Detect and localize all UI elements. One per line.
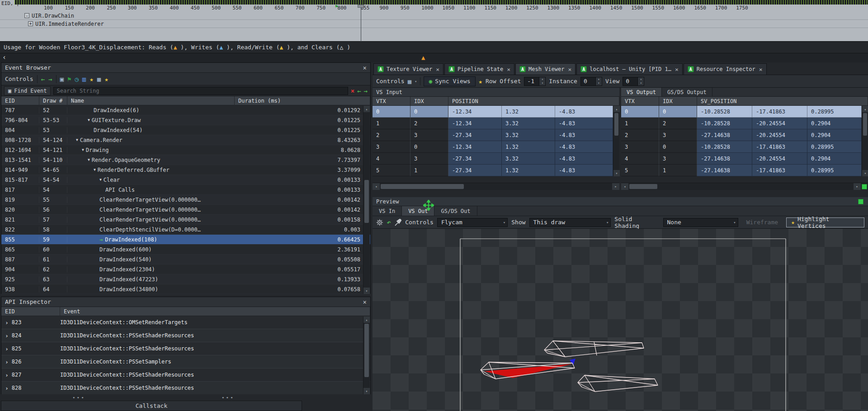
value-cell[interactable]: -20.24554 [752, 129, 807, 141]
row-expand-icon[interactable]: › [5, 385, 9, 392]
vtx-cell[interactable]: 2 [621, 129, 659, 141]
export-save-icon[interactable]: ▦ [97, 76, 101, 83]
clear-search-icon[interactable]: × [351, 87, 354, 94]
value-cell[interactable]: -4.83 [555, 165, 613, 176]
spin-up-icon[interactable]: ▴ [638, 77, 644, 81]
timeline-activity-strip[interactable] [14, 0, 868, 5]
export-save-icon[interactable]: ▦ [408, 78, 411, 85]
close-icon[interactable]: × [507, 66, 510, 73]
value-cell[interactable]: 0.28995 [807, 106, 862, 118]
usage-marker-icon[interactable]: ▲ [421, 54, 425, 61]
camera-mode-dropdown[interactable]: Flycam ▾ [437, 218, 508, 227]
column-header[interactable]: IDX [410, 97, 448, 105]
mesh-viewport[interactable] [373, 229, 868, 411]
close-icon[interactable]: × [675, 66, 679, 73]
event-row[interactable]: 82258ClearDepthStencilView(D=0.0000…0.00… [1, 225, 370, 235]
spin-down-icon[interactable]: ▾ [596, 81, 602, 85]
column-header[interactable]: VTX [373, 97, 410, 105]
vertex-row[interactable]: 23-27.343.32-4.83 [373, 129, 613, 141]
wireframe-button[interactable]: Wireframe [742, 219, 783, 226]
event-row[interactable]: 82056ClearRenderTargetView(0.000000…0.00… [1, 205, 370, 215]
splitter-handle[interactable]: ••• [72, 395, 85, 401]
scroll-thumb[interactable] [629, 184, 657, 189]
spin-up-icon[interactable]: ▴ [596, 77, 602, 81]
tree-expander[interactable]: + [28, 21, 33, 26]
event-row[interactable]: 93864DrawIndexed(34800)0.07658 [1, 284, 370, 294]
column-header[interactable]: VTX [621, 97, 659, 105]
api-row[interactable]: ›828ID3D11DeviceContext::PSSetShaderReso… [1, 382, 370, 395]
value-cell[interactable]: -12.34 [448, 118, 502, 129]
event-row[interactable]: 813-154154-110▼Render.OpaqueGeometry7.73… [1, 155, 370, 165]
value-cell[interactable]: -4.83 [555, 153, 613, 165]
event-row[interactable]: 808-172854-124▼Camera.Render8.43263 [1, 135, 370, 145]
value-cell[interactable]: -27.34 [448, 153, 502, 165]
value-cell[interactable]: 3.32 [502, 153, 555, 165]
gear-icon[interactable] [376, 219, 383, 226]
value-cell[interactable]: 0.28995 [807, 141, 862, 153]
api-row[interactable]: ›827ID3D11DeviceContext::PSSetShaderReso… [1, 368, 370, 382]
vertex-row[interactable]: 12-12.343.32-4.83 [373, 118, 613, 129]
event-row[interactable]: 815-81754-54▼Clear0.00133 [1, 175, 370, 185]
vertex-row[interactable]: 51-27.14638-17.418630.28995 [621, 165, 862, 176]
value-cell[interactable]: -20.24554 [752, 118, 807, 129]
vertex-row[interactable]: 43-27.343.32-4.83 [373, 153, 613, 165]
event-row[interactable]: 82157ClearRenderTargetView(0.000000…0.00… [1, 215, 370, 225]
value-cell[interactable]: -10.28528 [697, 118, 752, 129]
dock-tab[interactable]: APipeline State× [444, 63, 514, 75]
vertex-row[interactable]: 30-10.28528-17.418630.28995 [621, 141, 862, 153]
spin-up-icon[interactable]: ▴ [539, 77, 545, 81]
dock-tab[interactable]: Alocalhost – Unity [PID 1…× [576, 63, 682, 75]
scroll-down-button[interactable]: ▾ [613, 170, 620, 176]
instance-value[interactable]: 0 [580, 77, 596, 86]
solid-shading-dropdown[interactable]: None ▾ [663, 218, 738, 227]
scroll-thumb[interactable] [364, 180, 369, 223]
value-cell[interactable]: -17.41863 [752, 141, 807, 153]
tree-collapse-icon[interactable]: ▼ [76, 138, 78, 142]
api-row[interactable]: ›823ID3D11DeviceContext::OMSetRenderTarg… [1, 316, 370, 329]
row-offset-value[interactable]: -1 [524, 77, 539, 86]
timeline[interactable]: EID, | ⚑ 1001502002503003504004505005506… [0, 0, 868, 42]
vtx-cell[interactable]: 5 [621, 165, 659, 176]
time-durations-icon[interactable]: ◷ [75, 76, 78, 83]
value-cell[interactable]: -12.34 [448, 141, 502, 153]
value-cell[interactable]: -27.14638 [697, 153, 752, 165]
scroll-thumb[interactable] [614, 113, 618, 136]
idx-cell[interactable]: 2 [410, 118, 448, 129]
idx-cell[interactable]: 3 [659, 129, 697, 141]
value-cell[interactable]: -17.41863 [752, 106, 807, 118]
vertex-row[interactable]: 00-12.341.32-4.83 [373, 106, 613, 118]
splitter-handle[interactable]: ••• [222, 395, 235, 401]
vertex-row[interactable]: 23-27.14638-20.245540.2904 [621, 129, 862, 141]
tree-collapse-icon[interactable]: ▼ [99, 178, 102, 182]
eyedropper-icon[interactable] [395, 219, 402, 226]
vtx-cell[interactable]: 4 [621, 153, 659, 165]
reset-camera-icon[interactable]: ↶ [387, 218, 391, 227]
scroll-left-button[interactable]: ◂ [621, 183, 628, 190]
vtx-cell[interactable]: 0 [621, 106, 659, 118]
bookmark-flag-icon[interactable]: ⚑ [335, 4, 338, 9]
event-browser-scrollbar[interactable]: ▴ ▾ [363, 106, 370, 294]
vertex-row[interactable]: 51-27.341.32-4.83 [373, 165, 613, 176]
vertex-row[interactable]: 00-10.28528-17.418630.28995 [621, 106, 862, 118]
column-header-eid[interactable]: EID [1, 96, 39, 105]
value-cell[interactable]: -4.83 [555, 129, 613, 141]
callstack-bar[interactable]: Callstack [1, 401, 302, 411]
row-expand-icon[interactable]: › [5, 372, 9, 378]
vtx-cell[interactable]: 0 [373, 106, 410, 118]
event-row[interactable]: 81955ClearRenderTargetView(0.000000…0.00… [1, 195, 370, 205]
event-row[interactable]: 78752DrawIndexed(6)0.01292 [1, 105, 370, 115]
idx-cell[interactable]: 0 [410, 106, 448, 118]
scroll-up-button[interactable]: ▴ [613, 106, 620, 112]
vs-output-hscrollbar[interactable]: ◂ ▸ [621, 183, 868, 190]
tree-collapse-icon[interactable]: ▼ [88, 118, 90, 122]
value-cell[interactable]: -10.28528 [697, 106, 752, 118]
value-cell[interactable]: -27.34 [448, 129, 502, 141]
dock-tab[interactable]: AResource Inspector× [684, 63, 767, 75]
scroll-down-button[interactable]: ▾ [363, 388, 370, 394]
chevron-down-icon[interactable]: ▾ [415, 79, 417, 84]
preview-tab[interactable]: VS In [373, 206, 402, 216]
dock-tab[interactable]: ATexture Viewer× [373, 63, 443, 75]
vs-input-vscrollbar[interactable]: ▴ ▾ [613, 106, 619, 176]
idx-cell[interactable]: 1 [410, 165, 448, 176]
view-stepper[interactable]: 0 ▴▾ [623, 77, 644, 86]
